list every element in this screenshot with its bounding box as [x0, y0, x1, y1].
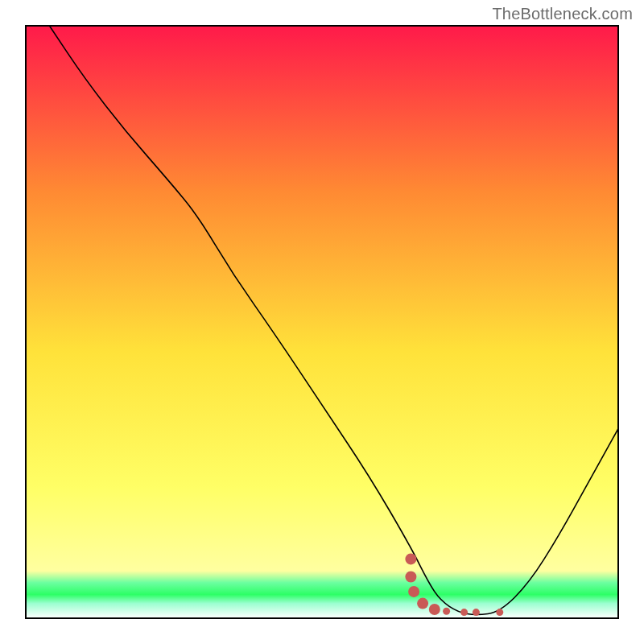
red-marker-dot [429, 604, 440, 615]
red-marker-dot [473, 609, 480, 616]
red-marker-dot [405, 572, 416, 583]
red-marker-dot [417, 598, 428, 609]
red-marker-dot [460, 609, 468, 616]
red-marker-dot [408, 586, 419, 597]
red-marker-dot [443, 608, 450, 615]
red-marker-dot [496, 609, 503, 616]
chart-container: TheBottleneck.com [0, 0, 644, 644]
red-marker-dot [405, 553, 416, 564]
chart-svg [0, 0, 644, 644]
watermark-text: TheBottleneck.com [492, 5, 633, 23]
plot-background [26, 26, 618, 618]
